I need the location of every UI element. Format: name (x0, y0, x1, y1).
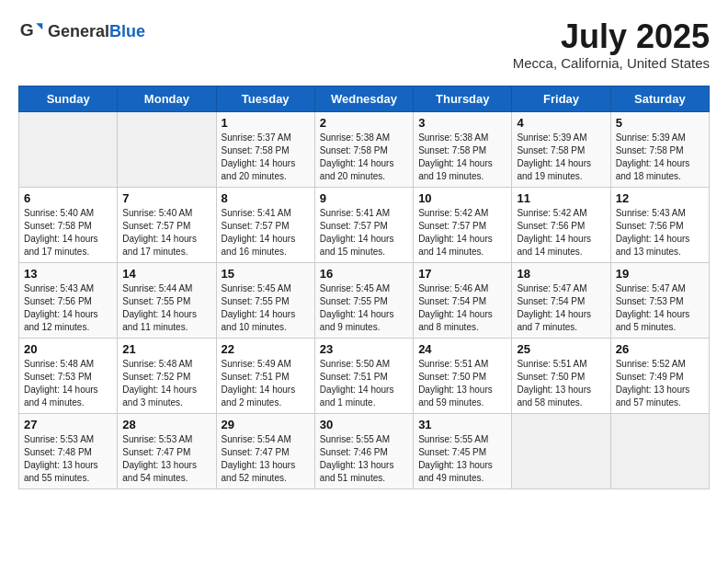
calendar-cell: 19Sunrise: 5:47 AM Sunset: 7:53 PM Dayli… (610, 262, 709, 338)
header-saturday: Saturday (610, 86, 709, 111)
calendar-table: SundayMondayTuesdayWednesdayThursdayFrid… (18, 86, 710, 489)
logo: G GeneralBlue (18, 18, 145, 44)
day-number: 19 (616, 267, 704, 281)
cell-info: Sunrise: 5:40 AM Sunset: 7:58 PM Dayligh… (24, 207, 112, 259)
subtitle: Mecca, California, United States (513, 55, 710, 71)
cell-info: Sunrise: 5:47 AM Sunset: 7:54 PM Dayligh… (517, 282, 605, 334)
cell-info: Sunrise: 5:52 AM Sunset: 7:49 PM Dayligh… (616, 358, 704, 409)
cell-info: Sunrise: 5:43 AM Sunset: 7:56 PM Dayligh… (616, 207, 704, 259)
calendar-cell: 6Sunrise: 5:40 AM Sunset: 7:58 PM Daylig… (19, 187, 118, 262)
header-wednesday: Wednesday (314, 86, 413, 111)
calendar-cell: 8Sunrise: 5:41 AM Sunset: 7:57 PM Daylig… (216, 187, 314, 262)
day-number: 3 (418, 116, 506, 130)
cell-info: Sunrise: 5:42 AM Sunset: 7:57 PM Dayligh… (418, 207, 506, 259)
cell-info: Sunrise: 5:37 AM Sunset: 7:58 PM Dayligh… (222, 132, 310, 183)
day-number: 26 (616, 342, 704, 356)
calendar-cell: 17Sunrise: 5:46 AM Sunset: 7:54 PM Dayli… (414, 262, 512, 338)
day-number: 22 (222, 342, 310, 356)
day-number: 7 (122, 191, 210, 205)
svg-text:G: G (20, 20, 34, 40)
week-row-1: 1Sunrise: 5:37 AM Sunset: 7:58 PM Daylig… (19, 111, 710, 187)
cell-info: Sunrise: 5:55 AM Sunset: 7:46 PM Dayligh… (320, 433, 408, 485)
calendar-cell: 9Sunrise: 5:41 AM Sunset: 7:57 PM Daylig… (314, 187, 413, 262)
calendar-cell: 26Sunrise: 5:52 AM Sunset: 7:49 PM Dayli… (610, 338, 709, 413)
cell-info: Sunrise: 5:39 AM Sunset: 7:58 PM Dayligh… (616, 132, 704, 183)
calendar-cell (610, 413, 709, 488)
logo-general: General (48, 22, 109, 40)
calendar-cell: 3Sunrise: 5:38 AM Sunset: 7:58 PM Daylig… (414, 111, 512, 187)
day-number: 2 (320, 116, 408, 130)
cell-info: Sunrise: 5:45 AM Sunset: 7:55 PM Dayligh… (320, 282, 408, 334)
cell-info: Sunrise: 5:40 AM Sunset: 7:57 PM Dayligh… (122, 207, 210, 259)
calendar-cell: 24Sunrise: 5:51 AM Sunset: 7:50 PM Dayli… (414, 338, 512, 413)
day-number: 30 (320, 418, 408, 431)
calendar-cell (512, 413, 610, 488)
cell-info: Sunrise: 5:41 AM Sunset: 7:57 PM Dayligh… (320, 207, 408, 259)
cell-info: Sunrise: 5:39 AM Sunset: 7:58 PM Dayligh… (517, 132, 605, 183)
logo-blue: Blue (109, 22, 145, 40)
day-number: 12 (616, 191, 704, 205)
calendar-cell: 14Sunrise: 5:44 AM Sunset: 7:55 PM Dayli… (118, 262, 216, 338)
day-number: 29 (222, 418, 310, 431)
week-row-2: 6Sunrise: 5:40 AM Sunset: 7:58 PM Daylig… (19, 187, 710, 262)
header-sunday: Sunday (19, 86, 118, 111)
day-number: 25 (517, 342, 605, 356)
calendar-cell: 31Sunrise: 5:55 AM Sunset: 7:45 PM Dayli… (414, 413, 512, 488)
cell-info: Sunrise: 5:49 AM Sunset: 7:51 PM Dayligh… (222, 358, 310, 409)
week-row-4: 20Sunrise: 5:48 AM Sunset: 7:53 PM Dayli… (19, 338, 710, 413)
calendar-cell: 22Sunrise: 5:49 AM Sunset: 7:51 PM Dayli… (216, 338, 314, 413)
cell-info: Sunrise: 5:51 AM Sunset: 7:50 PM Dayligh… (517, 358, 605, 409)
day-number: 4 (517, 116, 605, 130)
cell-info: Sunrise: 5:53 AM Sunset: 7:48 PM Dayligh… (24, 433, 112, 485)
calendar-cell: 20Sunrise: 5:48 AM Sunset: 7:53 PM Dayli… (19, 338, 118, 413)
day-number: 27 (24, 418, 112, 431)
calendar-cell: 10Sunrise: 5:42 AM Sunset: 7:57 PM Dayli… (414, 187, 512, 262)
calendar-cell: 28Sunrise: 5:53 AM Sunset: 7:47 PM Dayli… (118, 413, 216, 488)
cell-info: Sunrise: 5:51 AM Sunset: 7:50 PM Dayligh… (418, 358, 506, 409)
header-tuesday: Tuesday (216, 86, 314, 111)
day-number: 13 (24, 267, 112, 281)
day-number: 15 (222, 267, 310, 281)
calendar-body: 1Sunrise: 5:37 AM Sunset: 7:58 PM Daylig… (19, 111, 710, 488)
day-number: 14 (122, 267, 210, 281)
calendar-cell: 7Sunrise: 5:40 AM Sunset: 7:57 PM Daylig… (118, 187, 216, 262)
cell-info: Sunrise: 5:42 AM Sunset: 7:56 PM Dayligh… (517, 207, 605, 259)
cell-info: Sunrise: 5:45 AM Sunset: 7:55 PM Dayligh… (222, 282, 310, 334)
calendar-cell: 13Sunrise: 5:43 AM Sunset: 7:56 PM Dayli… (19, 262, 118, 338)
logo-icon: G (18, 18, 44, 44)
calendar-cell: 23Sunrise: 5:50 AM Sunset: 7:51 PM Dayli… (314, 338, 413, 413)
calendar-cell: 16Sunrise: 5:45 AM Sunset: 7:55 PM Dayli… (314, 262, 413, 338)
calendar-cell: 27Sunrise: 5:53 AM Sunset: 7:48 PM Dayli… (19, 413, 118, 488)
day-number: 21 (122, 342, 210, 356)
cell-info: Sunrise: 5:43 AM Sunset: 7:56 PM Dayligh… (24, 282, 112, 334)
header-row: SundayMondayTuesdayWednesdayThursdayFrid… (19, 86, 710, 111)
day-number: 17 (418, 267, 506, 281)
calendar-cell (118, 111, 216, 187)
cell-info: Sunrise: 5:48 AM Sunset: 7:52 PM Dayligh… (122, 358, 210, 409)
header-thursday: Thursday (414, 86, 512, 111)
calendar-cell: 1Sunrise: 5:37 AM Sunset: 7:58 PM Daylig… (216, 111, 314, 187)
calendar-cell: 15Sunrise: 5:45 AM Sunset: 7:55 PM Dayli… (216, 262, 314, 338)
calendar-cell: 21Sunrise: 5:48 AM Sunset: 7:52 PM Dayli… (118, 338, 216, 413)
header-monday: Monday (118, 86, 216, 111)
cell-info: Sunrise: 5:47 AM Sunset: 7:53 PM Dayligh… (616, 282, 704, 334)
cell-info: Sunrise: 5:41 AM Sunset: 7:57 PM Dayligh… (222, 207, 310, 259)
day-number: 5 (616, 116, 704, 130)
cell-info: Sunrise: 5:38 AM Sunset: 7:58 PM Dayligh… (418, 132, 506, 183)
day-number: 28 (122, 418, 210, 431)
calendar-cell: 12Sunrise: 5:43 AM Sunset: 7:56 PM Dayli… (610, 187, 709, 262)
calendar-cell: 2Sunrise: 5:38 AM Sunset: 7:58 PM Daylig… (314, 111, 413, 187)
week-row-5: 27Sunrise: 5:53 AM Sunset: 7:48 PM Dayli… (19, 413, 710, 488)
day-number: 16 (320, 267, 408, 281)
cell-info: Sunrise: 5:50 AM Sunset: 7:51 PM Dayligh… (320, 358, 408, 409)
calendar-cell: 4Sunrise: 5:39 AM Sunset: 7:58 PM Daylig… (512, 111, 610, 187)
calendar-cell: 5Sunrise: 5:39 AM Sunset: 7:58 PM Daylig… (610, 111, 709, 187)
cell-info: Sunrise: 5:46 AM Sunset: 7:54 PM Dayligh… (418, 282, 506, 334)
cell-info: Sunrise: 5:44 AM Sunset: 7:55 PM Dayligh… (122, 282, 210, 334)
cell-info: Sunrise: 5:55 AM Sunset: 7:45 PM Dayligh… (418, 433, 506, 485)
page-header: G GeneralBlue July 2025 Mecca, Californi… (18, 18, 710, 71)
day-number: 24 (418, 342, 506, 356)
day-number: 23 (320, 342, 408, 356)
calendar-cell: 11Sunrise: 5:42 AM Sunset: 7:56 PM Dayli… (512, 187, 610, 262)
header-friday: Friday (512, 86, 610, 111)
